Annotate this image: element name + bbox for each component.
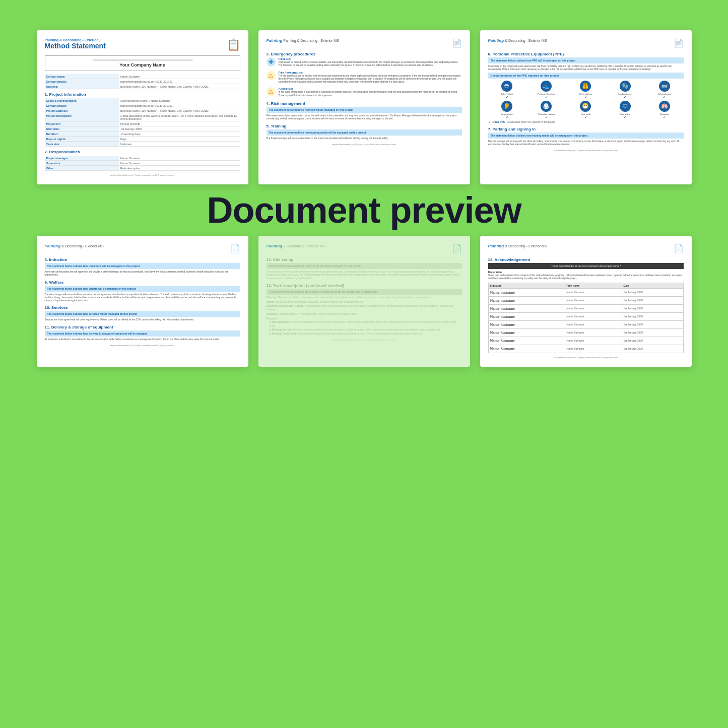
section12-title: 12. Site set up: [267, 257, 462, 262]
bottom-documents-row: Painting & Decorating - Exterior MS 📄 8.…: [37, 236, 692, 367]
document-page-6: Painting & Decorating - Exterior MS 📄 14…: [480, 236, 692, 367]
print-header: Print name: [565, 283, 622, 288]
doc6-footer: easyhealthandsafety.com | Simple, access…: [488, 356, 684, 359]
helmet-check: ✓: [506, 95, 508, 99]
doc3-header-text: Painting & Decorating - Exterior MS: [488, 38, 674, 43]
date-2: 1st January 2000: [622, 296, 683, 304]
doc1-footer: easyhealthandsafety.com | Simple, access…: [45, 174, 240, 176]
risk-statement: The statement below outlines how risk wi…: [267, 107, 462, 113]
clothing-check: ✓: [545, 115, 548, 119]
ppe-row1: ⛑ Safety helmet ✓ 👟 Protective footwear …: [488, 81, 684, 99]
sig-7: Name Surname: [490, 339, 515, 343]
print-8: Name Surname: [565, 345, 622, 353]
doc6-header: Painting & Decorating - Exterior MS 📄: [488, 244, 684, 253]
shield-icon: 🛡: [620, 101, 631, 112]
contact-name-label: Contact name:: [45, 74, 119, 79]
print-3: Name Surname: [565, 304, 622, 312]
date-8: 1st January 2000: [622, 345, 683, 353]
document-page-4: Painting & Decorating - Exterior MS 📄 8.…: [37, 236, 248, 367]
section5-title: 5. Training: [267, 124, 462, 128]
training-statement: The statement below outlines how trainin…: [267, 129, 462, 136]
date-3: 1st January 2000: [622, 304, 683, 312]
mask-check: ✓: [584, 115, 587, 119]
doc1-main-title: Method Statement: [45, 42, 106, 50]
ppe-row2: 👂 Ear protection ✓ 🥼 Protective clothing…: [488, 101, 684, 119]
ppe-helmet: ⛑ Safety helmet ✓: [488, 81, 526, 99]
address-value: Business Name, 100 Number + Street Name,…: [119, 84, 240, 89]
project-info-table: Client & representative:Client Business …: [45, 98, 240, 147]
ppe-statement: The statement below outlines how PPE wil…: [488, 57, 684, 63]
shield-check: ✓: [624, 115, 626, 119]
hands-icon: 🧤: [620, 81, 631, 92]
other-ppe-check: ✓: [488, 120, 491, 124]
top-documents-row: Painting & Decorating - Exterior Method …: [37, 30, 692, 184]
print-1: Name Surname: [565, 288, 622, 296]
fire-text: The site supervisor will be familiar wit…: [279, 75, 462, 84]
first-aid-item: ✚ First aid: First aid will be carried o…: [267, 57, 462, 69]
fire-label: Fire / evacuation:: [279, 71, 462, 74]
section4-title: 4. Risk management: [267, 101, 462, 106]
document-page-2: Painting Painting & Decorating - Exterio…: [258, 30, 470, 184]
first-aid-label: First aid:: [279, 57, 462, 60]
fire-icon: ⚠: [267, 71, 276, 80]
asbestos-content: Asbestos: In the event of disturbing a m…: [279, 87, 462, 98]
glasses-icon: 🥽: [659, 81, 670, 92]
document-page-5: Painting & Decorating - Exterior MS 📄 12…: [258, 236, 470, 367]
parking-statement: The statement below outlines how trainin…: [488, 133, 684, 139]
print-7: Name Surname: [565, 337, 622, 345]
document-page-3: Painting & Decorating - Exterior MS 📄 6.…: [480, 30, 692, 184]
asbestos-item: ⚠ Asbestos: In the event of disturbing a…: [267, 87, 462, 98]
company-name-box: ━━━━━━━━━━━━━━━━━━━━━━━━━━━━━━━━━━━━━━━━…: [45, 55, 240, 71]
section1-title: 1. Project information: [45, 92, 240, 97]
section6-title: 6. Personal Protective Equipment (PPE): [488, 52, 684, 56]
ppe-glasses: 🥽 Safety glasses ✓: [645, 81, 683, 99]
contact-details-value: name@emailaddress.co.uk +0131 201001: [119, 79, 240, 84]
sig-row-2: Name Surname Name Surname 1st January 20…: [488, 296, 683, 304]
doc2-icon: 📄: [452, 38, 462, 48]
date-4: 1st January 2000: [622, 312, 683, 320]
ppe-clothing: 🥼 Protective clothing ✓: [527, 101, 565, 119]
first-aid-icon: ✚: [267, 57, 276, 67]
print-4: Name Surname: [565, 312, 622, 320]
other-ppe-value: Details about other PPE required for thi…: [507, 121, 555, 123]
sig-row-1: Name Surname Name Surname 1st January 20…: [488, 288, 683, 296]
print-5: Name Surname: [565, 320, 622, 328]
asbestos-icon: ⚠: [267, 87, 276, 96]
task-statement: The statement below outlines the method …: [267, 289, 462, 295]
doc1-icon: 📋: [227, 38, 240, 51]
training-text: The Project Manager will ensure all work…: [267, 137, 462, 140]
first-aid-content: First aid: First aid will be carried out…: [279, 57, 462, 69]
delivery-statement: The statement below outlines how deliver…: [45, 330, 240, 337]
doc6-icon: 📄: [674, 244, 684, 253]
footwear-check: ✓: [545, 95, 548, 99]
respirator-check: ✓: [663, 115, 666, 119]
induction-statement: The statement below outlines how inducti…: [45, 263, 240, 269]
doc2-footer: easyhealthandsafety.com | Simple, access…: [267, 143, 462, 146]
risk-text: Risk assessments have been carried out f…: [267, 114, 462, 121]
respirator-icon: 🫁: [659, 101, 670, 112]
task-content: Objective: The objective of this task is…: [267, 296, 462, 336]
declaration-text: I have read and understood the contents …: [488, 274, 684, 281]
fire-item: ⚠ Fire / evacuation: The site supervisor…: [267, 71, 462, 85]
mask-icon: 😷: [580, 101, 591, 112]
section3-title: 3. Emergency procedures: [267, 52, 462, 56]
acknowledgement-table: Signature Print name Date Name Surname N…: [488, 283, 684, 353]
doc4-header-text: Painting & Decorating - Exterior MS: [45, 244, 230, 248]
ppe-hivis: 🦺 Hi-vis clothing ✓: [567, 81, 605, 99]
doc3-header: Painting & Decorating - Exterior MS 📄: [488, 38, 684, 48]
sig-header: Signature: [488, 283, 565, 288]
induction-text: At the start of the project the site sup…: [45, 271, 240, 277]
doc1-subtitle: Painting & Decorating - Exterior: [45, 38, 106, 42]
doc4-icon: 📄: [230, 244, 240, 253]
doc2-header: Painting Painting & Decorating - Exterio…: [267, 38, 462, 48]
other-ppe-row: ✓ Other PPE Details about other PPE requ…: [488, 120, 684, 124]
main-container: Painting & Decorating - Exterior Method …: [0, 0, 728, 728]
hivis-check: ✓: [584, 95, 587, 99]
section14-title: 14. Acknowledgement: [488, 257, 684, 262]
parking-text: The site manager will arrange with the c…: [488, 140, 684, 147]
section8-title: 8. Induction: [45, 257, 240, 262]
other-ppe-label: Other PPE: [493, 120, 505, 123]
glasses-check: ✓: [663, 95, 666, 99]
section9-title: 9. Welfare: [45, 280, 240, 285]
doc3-icon: 📄: [674, 38, 684, 48]
